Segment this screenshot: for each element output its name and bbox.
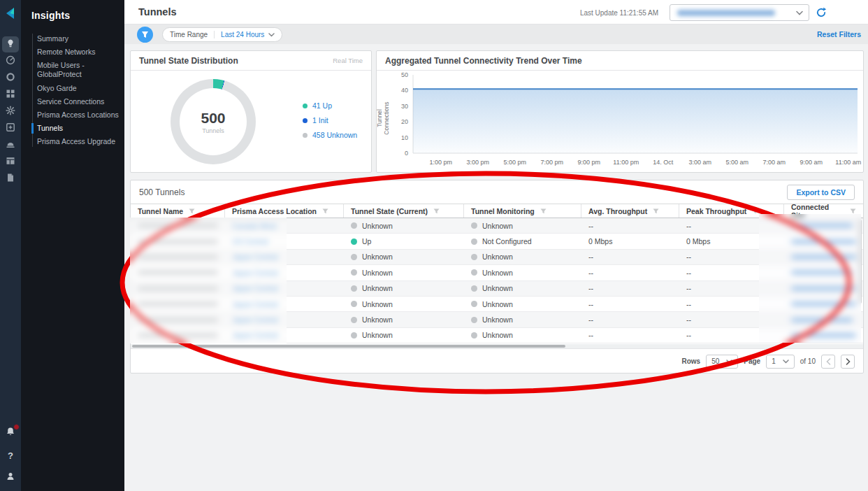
- avg-throughput-value: --: [588, 222, 593, 230]
- previous-page-button[interactable]: [821, 355, 835, 369]
- column-filter-icon[interactable]: [540, 207, 547, 215]
- prisma-access-location-link[interactable]: Canada West: [232, 222, 276, 230]
- cell-prisma-access-location[interactable]: Japan Central: [225, 331, 344, 339]
- rail-item-report-file-icon[interactable]: [2, 171, 19, 187]
- rail-item-user-person-icon[interactable]: [3, 470, 18, 485]
- table-row[interactable]: Canada WestUnknownUnknown----: [131, 218, 863, 234]
- column-filter-icon[interactable]: [752, 207, 758, 215]
- cell-prisma-access-location[interactable]: Japan Central: [225, 300, 344, 308]
- vertical-scrollbar-thumb[interactable]: [858, 220, 862, 304]
- table-row[interactable]: Japan CentralUnknownUnknown----: [131, 328, 863, 343]
- rail-item-notifications-bell-icon[interactable]: [3, 425, 18, 441]
- column-filter-icon[interactable]: [322, 207, 328, 215]
- prisma-access-location-link[interactable]: Japan Central: [232, 269, 277, 277]
- table-row[interactable]: Japan CentralUnknownUnknown----: [131, 312, 863, 327]
- cell-prisma-access-location[interactable]: Japan Central: [225, 269, 344, 277]
- column-header-tunnel-name[interactable]: Tunnel Name: [131, 204, 225, 218]
- cell-prisma-access-location[interactable]: Japan Central: [225, 252, 344, 261]
- column-header-avg-throughput[interactable]: Avg. Throughput: [581, 204, 679, 218]
- table-row[interactable]: Japan CentralUnknownUnknown----: [131, 281, 863, 297]
- connected-site-redacted[interactable]: [791, 301, 856, 307]
- column-filter-icon[interactable]: [653, 207, 659, 215]
- rail-item-add-widget-icon[interactable]: [2, 120, 19, 136]
- next-page-button[interactable]: [841, 355, 855, 369]
- avg-throughput-value: --: [588, 284, 593, 292]
- legend-item-up[interactable]: 41 Up: [303, 101, 357, 110]
- connected-site-redacted[interactable]: [791, 332, 856, 339]
- tunnel-state-text: Unknown: [362, 222, 393, 230]
- prisma-access-location-link[interactable]: Japan Central: [232, 252, 277, 261]
- reset-filters-link[interactable]: Reset Filters: [817, 30, 861, 38]
- prisma-access-location-link[interactable]: US Central: [232, 237, 268, 246]
- table-row[interactable]: Japan CentralUnknownUnknown----: [131, 297, 863, 312]
- alerts-lamp-icon: [6, 139, 15, 152]
- rail-item-insights-lightbulb-icon[interactable]: [2, 36, 19, 52]
- svg-text:11:00 am: 11:00 am: [835, 159, 861, 166]
- rail-item-settings-gear-icon[interactable]: [2, 104, 19, 120]
- table-row[interactable]: Japan CentralUnknownUnknown----: [131, 265, 863, 280]
- connected-site-redacted[interactable]: [791, 239, 856, 245]
- connected-site-redacted[interactable]: [791, 254, 856, 260]
- rail-item-alerts-lamp-icon[interactable]: [2, 137, 19, 153]
- sidebar-item-prisma-access-locations[interactable]: Prisma Access Locations: [21, 108, 124, 122]
- legend-item-unknown[interactable]: 458 Unknown: [303, 131, 357, 139]
- legend-dot: [303, 104, 308, 108]
- tunnel-monitoring-dot: [471, 269, 477, 276]
- rail-item-dashboard-gauge-icon[interactable]: [2, 53, 19, 69]
- report-file-icon: [6, 173, 15, 185]
- cell-tunnel-name: [131, 254, 225, 260]
- prisma-access-location-link[interactable]: Japan Central: [232, 284, 277, 292]
- table-row[interactable]: US CentralUpNot Configured0 Mbps0 Mbps: [131, 234, 863, 249]
- sidebar-item-remote-networks[interactable]: Remote Networks: [21, 45, 124, 59]
- legend-item-init[interactable]: 1 Init: [303, 116, 357, 124]
- prisma-access-location-link[interactable]: Japan Central: [232, 300, 277, 308]
- instance-selector-dropdown[interactable]: [670, 4, 809, 21]
- tunnel-name-redacted: [138, 301, 218, 307]
- column-filter-icon[interactable]: [189, 207, 195, 215]
- rows-label: Rows: [681, 357, 700, 365]
- cell-peak-throughput: --: [679, 222, 784, 230]
- sidebar-item-summary[interactable]: Summary: [21, 32, 124, 45]
- connected-site-redacted[interactable]: [791, 269, 853, 276]
- help-question-icon: ?: [8, 450, 13, 461]
- rail-item-ring-icon[interactable]: [2, 70, 19, 86]
- prisma-access-logo[interactable]: [2, 5, 19, 22]
- connected-site-redacted[interactable]: [791, 317, 853, 323]
- table-row[interactable]: Japan CentralUnknownUnknown----: [131, 250, 863, 265]
- rail-item-layout-panels-icon[interactable]: [2, 154, 19, 170]
- sidebar-item-prisma-access-upgrade[interactable]: Prisma Access Upgrade: [21, 135, 124, 148]
- cell-prisma-access-location[interactable]: US Central: [225, 237, 344, 246]
- rail-item-apps-grid-icon[interactable]: [2, 87, 19, 103]
- cell-prisma-access-location[interactable]: Canada West: [225, 222, 344, 230]
- column-header-tunnel-state-current-[interactable]: Tunnel State (Current): [344, 204, 464, 218]
- column-header-peak-throughput[interactable]: Peak Throughput: [679, 204, 784, 218]
- tunnel-name-redacted: [138, 332, 218, 339]
- page-select[interactable]: 1: [766, 355, 795, 369]
- column-header-tunnel-monitoring[interactable]: Tunnel Monitoring: [464, 204, 581, 218]
- tunnel-state-donut-chart[interactable]: 500 Tunnels: [171, 79, 256, 164]
- prisma-access-location-link[interactable]: Japan Central: [232, 331, 277, 339]
- connected-site-redacted[interactable]: [791, 222, 853, 229]
- column-header-connected-site[interactable]: Connected Site: [784, 204, 863, 218]
- rail-item-help-question-icon[interactable]: ?: [3, 448, 18, 463]
- filter-funnel-button[interactable]: [137, 27, 153, 43]
- cell-prisma-access-location[interactable]: Japan Central: [225, 284, 344, 292]
- rows-per-page-select[interactable]: 50: [706, 355, 738, 369]
- sidebar-item-okyo-garde[interactable]: Okyo Garde: [21, 82, 124, 95]
- column-filter-icon[interactable]: [850, 207, 856, 215]
- column-filter-icon[interactable]: [433, 207, 440, 215]
- peak-throughput-value: --: [686, 300, 691, 308]
- svg-text:30: 30: [401, 103, 408, 110]
- time-range-filter[interactable]: Time Range Last 24 Hours: [162, 27, 282, 42]
- sidenav-title: Insights: [21, 0, 124, 21]
- cell-prisma-access-location[interactable]: Japan Central: [225, 315, 344, 324]
- refresh-icon[interactable]: [815, 6, 827, 19]
- prisma-access-location-link[interactable]: Japan Central: [232, 315, 277, 324]
- column-header-prisma-access-location[interactable]: Prisma Access Location: [225, 204, 344, 218]
- connected-site-redacted[interactable]: [791, 285, 856, 292]
- horizontal-scrollbar-thumb[interactable]: [132, 345, 565, 348]
- sidebar-item-service-connections[interactable]: Service Connections: [21, 95, 124, 108]
- sidebar-item-mobile-users-globalprotect[interactable]: Mobile Users - GlobalProtect: [21, 59, 124, 81]
- export-to-csv-button[interactable]: Export to CSV: [787, 185, 855, 200]
- sidebar-item-tunnels[interactable]: Tunnels: [21, 122, 124, 135]
